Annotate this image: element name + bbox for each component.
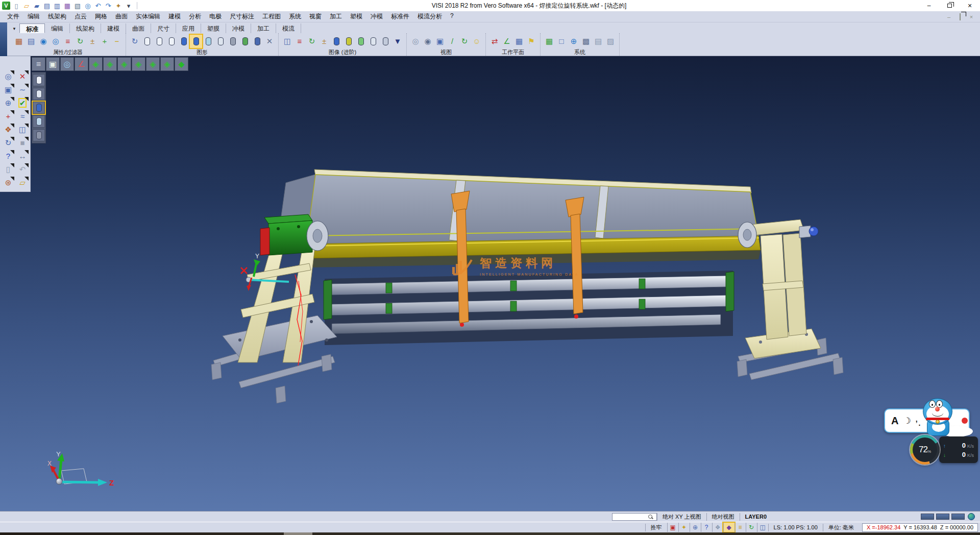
zoom-previous-icon[interactable]: ◎ — [409, 35, 422, 48]
solid-cube-icon[interactable]: ■ — [16, 136, 29, 149]
shaded-edges-display-icon[interactable] — [190, 35, 202, 48]
multi-view-icon[interactable]: ◫ — [757, 523, 768, 532]
cplane-swap-icon[interactable]: ⇄ — [488, 35, 501, 48]
menu-item[interactable]: 线架构 — [44, 11, 70, 22]
search-input[interactable] — [612, 514, 648, 520]
filter-traffic-light-icon[interactable]: ≡ — [62, 35, 74, 48]
online-status-icon[interactable] — [968, 513, 975, 520]
ime-halfwidth-icon[interactable]: ☽ — [903, 416, 911, 426]
undo-dock-icon[interactable]: ↶ — [16, 163, 29, 175]
assign-material-icon[interactable] — [239, 35, 251, 48]
snap-entity-icon[interactable]: ✦ — [678, 523, 690, 532]
measure-view-icon[interactable]: / — [446, 35, 458, 48]
zoom-window-icon[interactable]: ▣ — [434, 35, 446, 48]
mdi-restore-button[interactable] — [957, 14, 964, 20]
3d-viewport[interactable]: Y — [0, 56, 980, 511]
move-ucs-icon[interactable]: + — [2, 110, 15, 122]
display-settings-icon[interactable]: ✕ — [263, 35, 276, 48]
snap-help-icon[interactable]: ? — [701, 523, 712, 532]
snap-active-icon[interactable]: ◆ — [723, 523, 734, 532]
regenerate-icon[interactable]: ↻ — [2, 136, 15, 149]
toolbar-tab[interactable]: 塑膜 — [201, 23, 226, 33]
help-icon[interactable]: ? — [2, 150, 15, 162]
wireframe-render-icon[interactable] — [33, 74, 45, 86]
undo-icon[interactable]: ↶ — [93, 1, 103, 10]
attribute-painter-icon[interactable]: ❖ — [2, 123, 15, 135]
calculator-icon[interactable]: ▤ — [592, 35, 604, 48]
menu-item[interactable]: 加工 — [326, 11, 346, 22]
toolbar-tab[interactable]: 标准 — [19, 23, 45, 33]
menu-item[interactable]: 点云 — [70, 11, 91, 22]
open-file-icon[interactable]: ▱ — [21, 1, 32, 10]
hatched-display-icon[interactable] — [227, 35, 239, 48]
rotate-view-icon[interactable]: ↻ — [458, 35, 471, 48]
network-speed-panel[interactable]: ↑ 0 K/s ↓ 0 K/s — [939, 436, 978, 463]
show-all-icon[interactable]: + — [99, 35, 111, 48]
toolbar-tab[interactable]: 线架构 — [70, 23, 101, 33]
preview-icon[interactable]: ◎ — [83, 1, 93, 10]
delete-entity-icon[interactable]: ✕ — [16, 70, 29, 82]
zoom-dynamic-icon[interactable]: ◎ — [2, 70, 15, 82]
zoom-box-icon[interactable]: ▣ — [46, 57, 60, 71]
view-top-icon[interactable]: ◈ — [89, 57, 103, 71]
recycle-image-icon[interactable]: ↻ — [306, 35, 318, 48]
menu-item[interactable]: 曲面 — [111, 11, 132, 22]
hidden-line-render-icon[interactable] — [33, 88, 45, 100]
copy-display-icon[interactable] — [251, 35, 263, 48]
redo-icon[interactable]: ↷ — [103, 1, 113, 10]
toolbar-tab[interactable]: 尺寸 — [151, 23, 176, 33]
view-front-icon[interactable]: ◈ — [103, 57, 117, 71]
menu-item[interactable]: 塑模 — [346, 11, 366, 22]
view-thumbnail[interactable] — [921, 514, 934, 520]
customize-dropdown-icon[interactable]: ▾ — [124, 1, 134, 10]
toolbar-tab[interactable]: 建模 — [101, 23, 126, 33]
view-mode-indicator[interactable]: 绝对 XY 上视图 — [657, 513, 706, 521]
flat-display-icon[interactable] — [214, 35, 227, 48]
print-icon[interactable]: ▧ — [72, 1, 83, 10]
ime-language-indicator[interactable]: A — [891, 415, 898, 427]
sketch-curve-icon[interactable]: ∼ — [16, 83, 29, 95]
new-document-icon[interactable]: ▯ — [11, 1, 21, 10]
menu-item[interactable]: 分析 — [185, 11, 205, 22]
boxed-image-icon[interactable] — [367, 35, 379, 48]
menu-item[interactable]: 网格 — [91, 11, 111, 22]
toggle-filter-icon[interactable]: ± — [86, 35, 99, 48]
minimize-button[interactable]: – — [919, 0, 939, 11]
menu-item[interactable]: 尺寸标注 — [226, 11, 258, 22]
command-search-box[interactable] — [612, 513, 657, 521]
snap-settings-icon[interactable]: ▣ — [667, 523, 678, 532]
memory-usage-gauge[interactable]: 72 % — [910, 435, 940, 465]
menu-item[interactable]: 系统 — [285, 11, 305, 22]
menu-item[interactable]: ? — [446, 11, 458, 22]
zoom-window-icon[interactable]: ▣ — [2, 83, 15, 95]
modify-attributes-icon[interactable]: ▦ — [13, 35, 25, 48]
view-isometric-icon[interactable]: ◆ — [175, 57, 188, 71]
open-project-icon[interactable]: ▱ — [16, 176, 29, 188]
units-indicator[interactable]: 单位: 毫米 — [823, 524, 859, 531]
refresh-filter-icon[interactable]: ↻ — [74, 35, 86, 48]
shaded-display-icon[interactable] — [178, 35, 190, 48]
toggle-image-icon[interactable]: ± — [318, 35, 330, 48]
striped-image-icon[interactable] — [342, 35, 355, 48]
thin-display-icon[interactable] — [165, 35, 178, 48]
grid-plane-icon[interactable]: ▨ — [604, 35, 617, 48]
save-icon[interactable]: ▤ — [42, 1, 52, 10]
tab-dropdown-button[interactable]: ▼ — [9, 25, 19, 33]
axes-view-icon[interactable]: ∠ — [75, 57, 88, 71]
menu-item[interactable]: 视窗 — [305, 11, 326, 22]
toolbar-tab[interactable]: 冲模 — [226, 23, 251, 33]
section-view-icon[interactable]: ◫ — [281, 35, 293, 48]
toolbar-tab[interactable]: 编辑 — [45, 23, 70, 33]
display-list-icon[interactable]: ≡ — [32, 57, 45, 71]
screen-config-icon[interactable]: □ — [555, 35, 568, 48]
advanced-filter-icon[interactable]: ≡ — [293, 35, 306, 48]
ghosted-render-icon[interactable] — [33, 115, 45, 128]
cplane-grid-icon[interactable]: ▦ — [513, 35, 525, 48]
snap-grid-icon[interactable]: ❖ — [712, 523, 723, 532]
view-back-icon[interactable]: ◈ — [146, 57, 160, 71]
menu-item[interactable]: 编辑 — [23, 11, 44, 22]
snap-lock-label[interactable]: 拴牢 — [645, 524, 667, 531]
measure-distance-icon[interactable]: ↔ — [16, 150, 29, 162]
view-reference-indicator[interactable]: 绝对视图 — [706, 513, 740, 521]
view-right-icon[interactable]: ◈ — [132, 57, 145, 71]
